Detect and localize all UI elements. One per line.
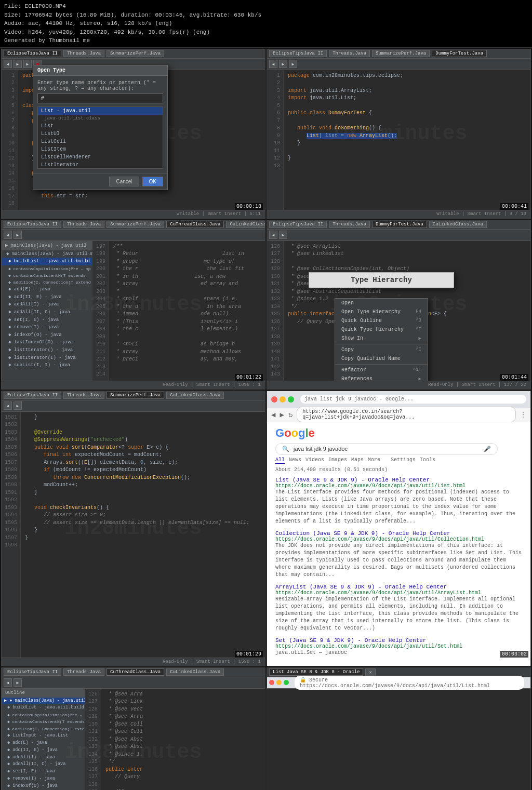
ctx-refactor[interactable]: Refactor^1T	[335, 366, 428, 374]
panel7-tree-5[interactable]: ◆ ListInput - java.List	[2, 732, 85, 740]
panel7-tree-8[interactable]: ◆ addAll(I) - java	[2, 754, 85, 761]
forward-btn[interactable]: ▶	[280, 410, 284, 419]
panel3-tree-item-5[interactable]: ◆ add(E) - java	[2, 286, 92, 293]
panel3-tree-item-0[interactable]: ◆ mainClass(Java) - java.util.main	[2, 250, 92, 258]
google-search-bar[interactable]: 🔍 🎤	[275, 443, 498, 455]
panel7-tree-11[interactable]: ◆ remove(I) - java	[2, 775, 85, 783]
dialog-search-input[interactable]	[37, 93, 163, 103]
result-4-title[interactable]: Set (Java SE 9 & JDK 9) - Oracle Help Ce…	[275, 637, 522, 644]
dialog-item-2[interactable]: ListUI	[38, 130, 163, 138]
panel7-tree-2[interactable]: ◆ containsCapitalization(Pre - op	[2, 712, 85, 718]
panel7-tab4[interactable]: CuLinkedClass.Java	[166, 668, 224, 676]
tb7-back[interactable]: ◀	[4, 678, 12, 687]
toolbar-back[interactable]: ◀	[4, 60, 12, 68]
panel2-tab2[interactable]: Threads.Java	[329, 50, 370, 57]
url-bar[interactable]: https://www.google.co.in/search?q=java+l…	[297, 407, 516, 422]
p8-url[interactable]: 🔒 Secure https://docs.oracle.com/javase/…	[295, 676, 524, 690]
panel3-tab3[interactable]: SummarizePerf.Java	[107, 221, 164, 228]
tb2-run[interactable]: ▶	[289, 60, 297, 68]
panel5-tab3[interactable]: SummarizePerf.Java	[107, 392, 164, 399]
search-nav-more[interactable]: More	[368, 457, 380, 464]
dialog-item-4[interactable]: ListItem	[38, 145, 163, 153]
result-1-title[interactable]: List (Java SE 9 & JDK 9) - Oracle Help C…	[275, 477, 522, 483]
panel3-tree-item-4[interactable]: ◆ addilion(I, Connection(T extend	[2, 279, 92, 286]
search-nav-all[interactable]: All	[275, 457, 285, 464]
tb2-back[interactable]: ◀	[269, 60, 277, 68]
p8-max[interactable]	[284, 680, 289, 685]
dialog-item-3[interactable]: ListCell	[38, 138, 163, 145]
panel8-tab2[interactable]: ✕	[365, 668, 375, 676]
panel4-tab3[interactable]: DummyForTest.Java	[372, 221, 427, 228]
panel3-tab1[interactable]: EclipseTipsJava II	[4, 221, 61, 228]
panel3-tree-item-6[interactable]: ◆ add(II, E) - java	[2, 293, 92, 301]
panel7-tree-1[interactable]: ◆ buildList - java.util.build	[2, 704, 85, 712]
panel3-tree-item-14[interactable]: ◆ listIterator(I) - java	[2, 354, 92, 362]
panel1-tab2[interactable]: Threads.Java	[63, 50, 104, 57]
dialog-list[interactable]: List - java.util java-util.List.class Li…	[37, 106, 163, 169]
panel4-tab4[interactable]: CuLinkedClass.Java	[429, 221, 487, 228]
panel3-tree-item-7[interactable]: ◆ addAll(I) - java	[2, 301, 92, 309]
google-search-input[interactable]	[294, 446, 480, 452]
panel7-tab3[interactable]: CuThreadClass.Java	[107, 668, 164, 676]
panel7-tab1[interactable]: EclipseTipsJava II	[4, 668, 61, 676]
panel7-tree-12[interactable]: ◆ indexOf(O) - java	[2, 783, 85, 790]
panel4-tab2[interactable]: Threads.Java	[329, 221, 370, 228]
toolbar-fwd[interactable]: ▶	[14, 60, 22, 68]
panel3-tab2[interactable]: Threads.Java	[63, 221, 104, 228]
panel7-tree-9[interactable]: ◆ addAll(II, C) - java	[2, 761, 85, 768]
panel3-tree-item-1[interactable]: ◆ buildList - java.util.build	[2, 258, 92, 265]
search-nav-images[interactable]: Images	[328, 457, 347, 464]
ctx-open[interactable]: Open	[335, 299, 428, 307]
back-btn[interactable]: ◀	[271, 410, 275, 419]
tb5-fwd[interactable]: ▶	[14, 401, 22, 410]
panel2-tab1[interactable]: EclipseTipsJava II	[269, 50, 327, 57]
panel7-tab2[interactable]: Threads.Java	[63, 668, 104, 676]
panel7-tree-6[interactable]: ◆ add(E) - java	[2, 740, 85, 747]
close-window-btn[interactable]	[271, 396, 277, 403]
panel1-tab1[interactable]: EclipseTipsJava II	[4, 50, 61, 57]
chrome-tab-label[interactable]: java list jdk 9 javadoc - Google...	[300, 395, 526, 404]
panel3-tree-item-10[interactable]: ◆ remove(I) - java	[2, 324, 92, 331]
panel7-tree-4[interactable]: ◆ addilion(I, Connection(T extend	[2, 726, 85, 732]
dialog-item-0[interactable]: List - java.util	[38, 107, 163, 115]
panel3-tree-item-3[interactable]: ◆ containsConsistentN(T extends	[2, 272, 92, 279]
refresh-btn[interactable]: ↻	[288, 410, 292, 419]
ctx-type-hierarchy[interactable]: Open Type HierarchyF4	[335, 307, 428, 316]
tb5-back[interactable]: ◀	[4, 401, 12, 410]
panel7-tree-7[interactable]: ◆ add(II, E) - java	[2, 747, 85, 754]
dialog-cancel-btn[interactable]: Cancel	[109, 177, 139, 186]
search-nav-videos[interactable]: Videos	[305, 457, 324, 464]
tb7-fwd[interactable]: ▶	[14, 678, 22, 687]
panel3-tree-item-2[interactable]: ◆ containsCapitalization(Pre - op	[2, 265, 92, 272]
search-nav-settings[interactable]: Settings	[391, 457, 416, 464]
dialog-item-1[interactable]: List	[38, 122, 163, 130]
search-nav-maps[interactable]: Maps	[351, 457, 364, 464]
tb3-back[interactable]: ◀	[4, 231, 12, 239]
panel7-tree-10[interactable]: ◆ set(I, E) - java	[2, 768, 85, 775]
panel1-tab3[interactable]: SummarizePerf.Java	[107, 50, 164, 57]
tb2-fwd[interactable]: ▶	[279, 60, 287, 68]
dialog-item-5[interactable]: ListCellRenderer	[38, 153, 163, 161]
result-2-title[interactable]: Collection (Java SE 9 & JDK 9) - Oracle …	[275, 530, 522, 537]
panel3-tab4[interactable]: CuThreadClass.Java	[166, 221, 224, 228]
ctx-references[interactable]: References▶	[335, 374, 428, 381]
panel3-tree-item-9[interactable]: ◆ set(I, E) - java	[2, 316, 92, 324]
tb3-fwd[interactable]: ▶	[14, 231, 22, 239]
panel3-tree-item-15[interactable]: ◆ subList(I, I) - java	[2, 361, 92, 369]
ctx-copy[interactable]: Copy^C	[335, 345, 428, 354]
panel8-tab1[interactable]: List Java SE 8 & JDK 8 - Oracle	[269, 668, 363, 676]
dialog-item-6[interactable]: ListIterator	[38, 161, 163, 169]
panel3-tree-item-11[interactable]: ◆ indexOf(O) - java	[2, 331, 92, 339]
panel2-tab3[interactable]: SummarizePerf.Java	[372, 50, 430, 57]
microphone-icon[interactable]: 🎤	[484, 446, 491, 452]
toolbar-run[interactable]: ▶	[23, 60, 32, 68]
tb4-fwd[interactable]: ▶	[279, 231, 287, 239]
search-nav-news[interactable]: News	[289, 457, 301, 464]
panel2-tab4[interactable]: DummyForTest.Java	[432, 50, 487, 57]
dialog-ok-btn[interactable]: OK	[142, 177, 163, 186]
panel3-tab5[interactable]: CuLinkedClass.Java	[226, 221, 265, 228]
p8-min[interactable]	[276, 680, 282, 685]
ctx-copy-qualified[interactable]: Copy Qualified Name	[335, 354, 428, 363]
panel7-tree-3[interactable]: ◆ containsConsistentN(T extends	[2, 718, 85, 725]
panel3-tree-item-12[interactable]: ◆ lastIndexOf(O) - java	[2, 339, 92, 346]
